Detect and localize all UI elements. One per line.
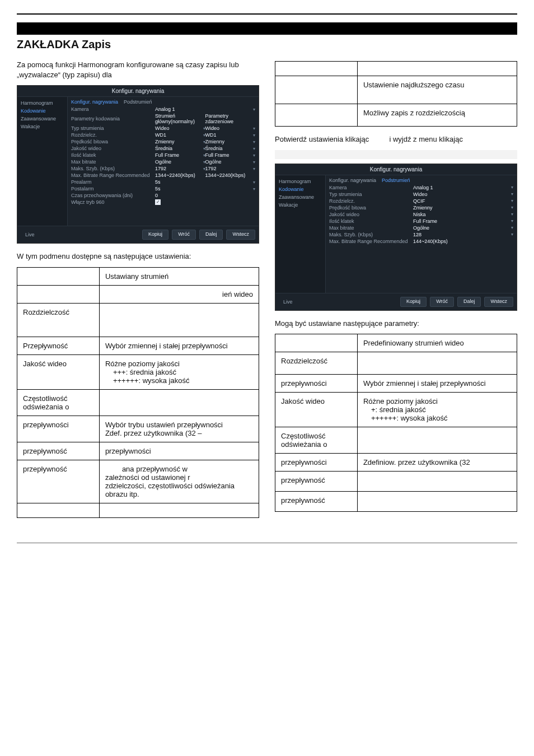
val-range: 144~240(Kbps) xyxy=(413,239,513,244)
tab-title: ZAKŁADKA Zapis xyxy=(17,38,517,51)
screenshot-main-stream: Konfigur. nagrywania Harmonogram Kodowan… xyxy=(17,85,259,244)
lab-typstr: Typ strumienia xyxy=(71,125,155,131)
val-ilosc[interactable]: Full Frame▾ xyxy=(155,152,205,158)
shot-title: Konfigur. nagrywania xyxy=(17,86,259,97)
lab-maxbit: Max bitrate xyxy=(329,225,413,231)
val-predk[interactable]: Zmienny▾ xyxy=(413,205,513,211)
val2-rozdz-text: WD1 xyxy=(205,132,217,138)
val-typstr[interactable]: Wideo▾ xyxy=(413,192,513,197)
shot-main: Konfigur. nagrywania Podstrumień KameraA… xyxy=(68,97,259,226)
prev-button[interactable]: Wstecz xyxy=(484,297,513,307)
val-ilosc[interactable]: Full Frame▾ xyxy=(413,218,513,224)
intro-text: Za pomocą funkcji Harmonogram konfigurow… xyxy=(17,60,259,80)
shot-body: Harmonogram Kodowanie Zaawansowane Wakac… xyxy=(17,97,259,226)
val-maksszyb[interactable]: 128▾ xyxy=(413,232,513,237)
val-kamera[interactable]: Analog 1▾ xyxy=(413,185,513,190)
val-predk[interactable]: Zmienny▾ xyxy=(155,139,205,144)
lab-range: Max. Bitrate Range Recommended xyxy=(329,239,413,244)
val2-ilosc[interactable]: Full Frame▾ xyxy=(205,152,256,158)
chevron-down-icon: ▾ xyxy=(250,146,255,151)
val2-maxbit[interactable]: Ogólne▾ xyxy=(205,159,256,165)
chevron-down-icon: ▾ xyxy=(250,180,255,185)
val-typstr[interactable]: Wideo▾ xyxy=(155,125,205,131)
chevron-down-icon: ▾ xyxy=(200,153,205,158)
line: +: średnia jakość xyxy=(363,405,426,414)
val-kamera[interactable]: Analog 1▾ xyxy=(155,106,255,112)
side-zaawansowane[interactable]: Zaawansowane xyxy=(279,193,322,201)
confirm-a: Potwierdź ustawienia klikając xyxy=(275,135,369,143)
side-kodowanie[interactable]: Kodowanie xyxy=(279,185,322,193)
side-wakacje[interactable]: Wakacje xyxy=(279,201,322,209)
val-rozdz[interactable]: WD1▾ xyxy=(155,132,205,138)
val2-predk-text: Zmienny xyxy=(205,139,225,144)
side-zaawansowane[interactable]: Zaawansowane xyxy=(21,115,64,123)
val-postalarm[interactable]: 5s▾ xyxy=(155,186,255,192)
side-harmonogram[interactable]: Harmonogram xyxy=(21,99,64,107)
line: +++: średnia jakość xyxy=(105,368,176,376)
cell: przepływność xyxy=(17,460,100,503)
line: Zdef. przez użytkownika (32 – xyxy=(105,429,202,437)
val-rozdz[interactable]: QCIF▾ xyxy=(413,198,513,204)
live-label[interactable]: Live xyxy=(279,297,297,307)
shot-main: Konfigur. nagrywania Podstrumień KameraA… xyxy=(326,175,517,293)
cell xyxy=(275,104,358,127)
live-label[interactable]: Live xyxy=(21,230,39,240)
cell: ień wideo xyxy=(99,285,259,303)
back-button[interactable]: Wróć xyxy=(430,297,454,307)
val2-jakosc[interactable]: Średnia▾ xyxy=(205,146,256,151)
page: ZAKŁADKA Zapis Za pomocą funkcji Harmono… xyxy=(0,0,534,557)
shot-body: Harmonogram Kodowanie Zaawansowane Wakac… xyxy=(275,175,517,293)
cell: Wybór trybu ustawień przepływnościZdef. … xyxy=(99,416,259,442)
next-button[interactable]: Dalej xyxy=(457,297,481,307)
val2-maxbit-text: Ogólne xyxy=(205,159,222,165)
copy-button[interactable]: Kopiuj xyxy=(400,297,427,307)
cell xyxy=(357,472,517,492)
copy-button[interactable]: Kopiuj xyxy=(142,230,168,240)
val2-typstr[interactable]: Wideo▾ xyxy=(205,125,256,131)
cell: Przepływność xyxy=(17,337,100,354)
lab-prealarm: Prealarm xyxy=(71,179,155,185)
val-czas[interactable]: 0 xyxy=(155,193,255,198)
val-jakosc[interactable]: Średnia▾ xyxy=(155,146,205,151)
cell xyxy=(357,492,517,512)
val2-rozdz[interactable]: WD1▾ xyxy=(205,132,256,138)
tab-substream[interactable]: Podstrumień xyxy=(382,178,410,183)
back-button[interactable]: Wróć xyxy=(172,230,196,240)
val2-maksszyb[interactable]: 1792▾ xyxy=(205,166,256,171)
val-prealarm[interactable]: 5s▾ xyxy=(155,179,255,185)
next-button[interactable]: Dalej xyxy=(199,230,223,240)
line: zależności od ustawionej r xyxy=(105,473,190,482)
cell: Częstotliwość odświeżania o xyxy=(17,389,100,416)
chevron-down-icon: ▾ xyxy=(508,192,513,197)
val2-predk[interactable]: Zmienny▾ xyxy=(205,139,256,144)
val-maxbit[interactable]: Ogólne▾ xyxy=(413,225,513,231)
chevron-down-icon: ▾ xyxy=(508,218,513,223)
cell: Jakość wideo xyxy=(17,354,100,389)
side-wakacje[interactable]: Wakacje xyxy=(21,123,64,130)
val-wlacz[interactable]: ✓ xyxy=(155,199,255,205)
tab-recording[interactable]: Konfigur. nagrywania xyxy=(71,99,118,105)
tab-recording[interactable]: Konfigur. nagrywania xyxy=(329,178,376,183)
side-kodowanie[interactable]: Kodowanie xyxy=(21,107,64,115)
checkbox-icon[interactable]: ✓ xyxy=(155,199,161,205)
val-ilosc-text: Full Frame xyxy=(155,152,179,158)
val-param: Strumień główny(normalny) xyxy=(155,113,205,124)
lab-predk: Prędkość bitowa xyxy=(71,139,155,144)
tab-substream[interactable]: Podstrumień xyxy=(124,99,152,105)
val-maksszyb[interactable]: 1792▾ xyxy=(155,166,205,171)
lab-maxbit: Max bitrate xyxy=(71,159,155,165)
val-rozdz-text: QCIF xyxy=(413,198,425,204)
prev-button[interactable]: Wstecz xyxy=(226,230,255,240)
side-harmonogram[interactable]: Harmonogram xyxy=(279,178,322,185)
val-jakosc[interactable]: Niska▾ xyxy=(413,212,513,217)
val2-jakosc-text: Średnia xyxy=(205,146,223,151)
lab-jakosc: Jakość wideo xyxy=(71,146,155,151)
cell: Różne poziomy jakości+: średnia jakość++… xyxy=(357,393,517,427)
cell: Ustawienie najdłuższego czasu xyxy=(357,76,517,104)
cell: Zdefiniow. przez użytkownika (32 xyxy=(357,454,517,472)
lab-jakosc: Jakość wideo xyxy=(329,212,413,217)
val2-maksszyb-text: 1792 xyxy=(205,166,217,171)
cell: Predefiniowany strumień wideo xyxy=(357,334,517,352)
cell: Ustawiany strumień xyxy=(99,267,259,285)
val-maxbit[interactable]: Ogólne▾ xyxy=(155,159,205,165)
